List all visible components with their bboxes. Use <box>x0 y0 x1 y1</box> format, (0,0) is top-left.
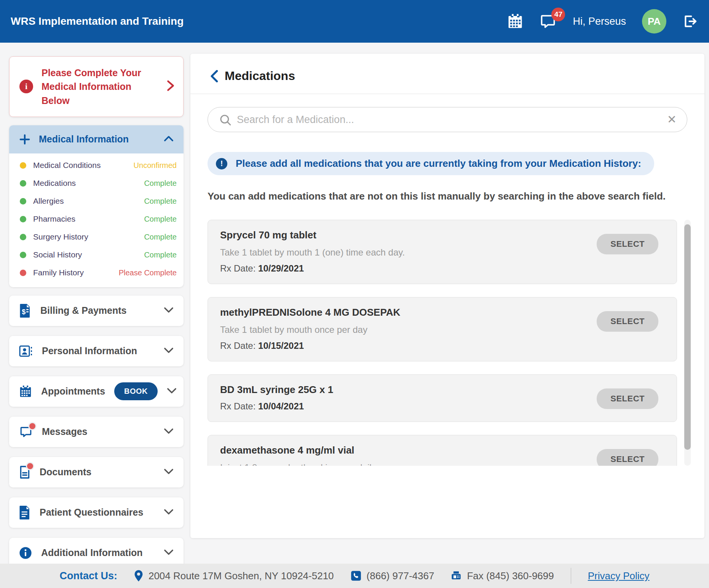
sidebar-item-patient-questionnaires[interactable]: Patient Questionnaires <box>9 497 184 528</box>
medication-card: dexamethasone 4 mg/ml vial Inject 1.8 mg… <box>208 435 677 466</box>
unread-badge <box>28 422 37 430</box>
chevron-down-icon <box>164 509 174 516</box>
medications-panel: Medications ✕ ! Please add all medicatio… <box>190 54 704 538</box>
item-label: Medications <box>33 179 137 188</box>
medical-information-section: Medical Information Medical Conditions U… <box>9 125 184 287</box>
chevron-down-icon <box>164 307 174 315</box>
item-label: Medical Conditions <box>33 161 127 170</box>
status-dot <box>20 270 26 276</box>
status-badge: Unconfirmed <box>134 161 177 170</box>
info-icon <box>19 546 32 559</box>
sidebar-item-medications[interactable]: Medications Complete <box>9 174 184 192</box>
plus-icon <box>19 134 30 145</box>
medical-information-label: Medical Information <box>39 134 155 145</box>
medication-rx-date: Rx Date: 10/04/2021 <box>220 401 600 412</box>
status-badge: Complete <box>144 197 177 206</box>
medication-instructions: Take 1 tablet by mouth 1 (one) time each… <box>220 247 600 258</box>
chevron-up-icon <box>164 136 174 143</box>
select-button[interactable]: SELECT <box>597 449 658 466</box>
page-title: Medications <box>225 69 295 83</box>
fax-icon <box>451 570 461 581</box>
rx-date-value: 10/15/2021 <box>258 340 304 351</box>
sidebar: i Please Complete Your Medical Informati… <box>9 56 184 578</box>
footer-divider <box>571 568 571 584</box>
clear-search-icon[interactable]: ✕ <box>667 113 677 126</box>
section-label: Appointments <box>41 386 105 397</box>
notifications-icon[interactable]: 47 <box>539 13 557 30</box>
footer: Contact Us: 2004 Route 17M Goshen, NY 10… <box>0 564 709 588</box>
status-dot <box>20 162 26 169</box>
select-button[interactable]: SELECT <box>597 311 658 332</box>
section-label: Patient Questionnaires <box>40 507 155 518</box>
chat-icon <box>19 425 33 438</box>
search-input[interactable] <box>208 107 687 132</box>
status-badge: Complete <box>144 251 177 259</box>
chevron-right-icon <box>166 80 175 93</box>
sidebar-item-social-history[interactable]: Social History Complete <box>9 246 184 264</box>
medication-card: methylPREDNISolone 4 MG DOSEPAK Take 1 t… <box>208 297 677 361</box>
back-button[interactable] <box>209 70 219 83</box>
medication-name: BD 3mL syringe 25G x 1 <box>220 384 600 396</box>
select-button[interactable]: SELECT <box>597 234 658 254</box>
questionnaire-icon <box>19 506 30 519</box>
status-dot <box>20 234 26 240</box>
privacy-policy-link[interactable]: Privacy Policy <box>588 570 650 582</box>
medication-instructions: Inject 1.8 mg under the skin once daily <box>220 462 600 466</box>
sidebar-item-allergies[interactable]: Allergies Complete <box>9 192 184 210</box>
contact-card-icon <box>19 345 33 358</box>
svg-text:$: $ <box>22 308 26 316</box>
sidebar-item-documents[interactable]: Documents <box>9 457 184 487</box>
app-header: WRS Implementation and Training 47 Hi, P… <box>0 0 709 43</box>
calendar-icon <box>19 385 32 398</box>
status-dot <box>20 180 26 187</box>
medications-header: Medications <box>190 54 704 94</box>
page-body: i Please Complete Your Medical Informati… <box>0 43 709 578</box>
select-button[interactable]: SELECT <box>597 388 658 409</box>
medication-card: Sprycel 70 mg tablet Take 1 tablet by mo… <box>208 220 677 284</box>
rx-date-value: 10/29/2021 <box>258 263 304 273</box>
phone-icon <box>351 570 361 581</box>
logout-icon[interactable] <box>682 14 698 29</box>
banner-row: ! Please add all medications that you ar… <box>190 132 704 175</box>
sidebar-item-billing-payments[interactable]: $ Billing & Payments <box>9 296 184 326</box>
avatar[interactable]: PA <box>642 9 666 34</box>
new-document-badge <box>26 462 34 470</box>
status-badge: Complete <box>144 179 177 188</box>
fax-text: Fax (845) 360-9699 <box>467 570 554 582</box>
notification-count-badge: 47 <box>551 8 565 21</box>
item-label: Social History <box>33 250 137 259</box>
search-icon <box>219 113 232 128</box>
medication-name: dexamethasone 4 mg/ml vial <box>220 444 600 456</box>
status-badge: Please Complete <box>119 268 177 277</box>
chevron-down-icon <box>164 428 174 436</box>
sidebar-item-surgery-history[interactable]: Surgery History Complete <box>9 228 184 246</box>
sidebar-item-pharmacies[interactable]: Pharmacies Complete <box>9 210 184 228</box>
medication-history-banner: ! Please add all medications that you ar… <box>208 152 654 175</box>
scrollbar-thumb[interactable] <box>684 224 691 450</box>
medication-name: methylPREDNISolone 4 MG DOSEPAK <box>220 307 600 318</box>
section-label: Personal Information <box>42 345 155 356</box>
address-text: 2004 Route 17M Goshen, NY 10924-5210 <box>149 570 334 582</box>
section-label: Documents <box>40 467 155 478</box>
complete-medical-info-alert[interactable]: i Please Complete Your Medical Informati… <box>9 56 184 117</box>
location-pin-icon <box>134 570 143 582</box>
exclamation-icon: ! <box>216 158 227 169</box>
rx-date-label: Rx Date: <box>220 263 255 273</box>
document-icon <box>19 465 30 479</box>
sidebar-item-family-history[interactable]: Family History Please Complete <box>9 264 184 282</box>
sidebar-item-medical-conditions[interactable]: Medical Conditions Unconfirmed <box>9 157 184 174</box>
sidebar-item-appointments[interactable]: Appointments BOOK <box>9 376 184 407</box>
sidebar-item-personal-information[interactable]: Personal Information <box>9 336 184 366</box>
medical-information-header[interactable]: Medical Information <box>9 125 184 153</box>
book-appointment-button[interactable]: BOOK <box>114 382 158 400</box>
sidebar-item-messages[interactable]: Messages <box>9 417 184 447</box>
billing-icon: $ <box>19 304 31 318</box>
header-actions: 47 Hi, Perseus PA <box>507 9 698 34</box>
banner-text: Please add all medications that you are … <box>236 158 641 169</box>
rx-date-label: Rx Date: <box>220 340 255 351</box>
calendar-icon[interactable] <box>507 13 523 29</box>
item-label: Pharmacies <box>33 214 137 224</box>
alert-text: Please Complete Your Medical Information… <box>42 66 158 107</box>
rx-date-value: 10/04/2021 <box>258 401 304 411</box>
list-scrollbar <box>684 220 691 466</box>
